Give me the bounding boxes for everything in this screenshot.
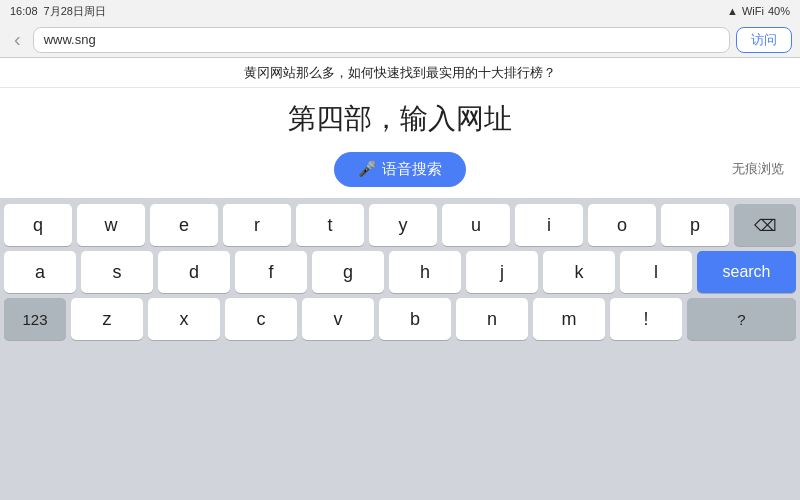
key-j[interactable]: j: [466, 251, 538, 293]
key-c[interactable]: c: [225, 298, 297, 340]
key-q[interactable]: q: [4, 204, 72, 246]
url-bar[interactable]: www.sng: [33, 27, 730, 53]
key-b[interactable]: b: [379, 298, 451, 340]
signal-icon: ▲: [727, 5, 738, 17]
keyboard-row-3: 123 z x c v b n m ! ?: [4, 298, 796, 340]
back-button[interactable]: ‹: [8, 26, 27, 53]
key-p[interactable]: p: [661, 204, 729, 246]
key-n[interactable]: n: [456, 298, 528, 340]
delete-key[interactable]: ⌫: [734, 204, 796, 246]
key-s[interactable]: s: [81, 251, 153, 293]
visit-button[interactable]: 访问: [736, 27, 792, 53]
day-label: 7月28日周日: [44, 4, 106, 19]
status-right: ▲ WiFi 40%: [727, 5, 790, 17]
incognito-label: 无痕浏览: [732, 160, 784, 178]
page-title: 黄冈网站那么多，如何快速找到最实用的十大排行榜？: [244, 64, 556, 82]
key-h[interactable]: h: [389, 251, 461, 293]
voice-search-button[interactable]: 🎤 语音搜索: [334, 152, 465, 187]
key-g[interactable]: g: [312, 251, 384, 293]
url-text: www.sng: [44, 32, 96, 47]
status-bar: 16:08 7月28日周日 ▲ WiFi 40%: [0, 0, 800, 22]
key-x[interactable]: x: [148, 298, 220, 340]
key-t[interactable]: t: [296, 204, 364, 246]
wifi-icon: WiFi: [742, 5, 764, 17]
key-y[interactable]: y: [369, 204, 437, 246]
key-k[interactable]: k: [543, 251, 615, 293]
key-u[interactable]: u: [442, 204, 510, 246]
key-m[interactable]: m: [533, 298, 605, 340]
key-f[interactable]: f: [235, 251, 307, 293]
key-i[interactable]: i: [515, 204, 583, 246]
keyboard: q w e r t y u i o p ⌫ a s d f g h j k l …: [0, 198, 800, 344]
key-z[interactable]: z: [71, 298, 143, 340]
key-d[interactable]: d: [158, 251, 230, 293]
numbers-key[interactable]: 123: [4, 298, 66, 340]
key-e[interactable]: e: [150, 204, 218, 246]
key-a[interactable]: a: [4, 251, 76, 293]
key-r[interactable]: r: [223, 204, 291, 246]
key-l[interactable]: l: [620, 251, 692, 293]
section-title: 第四部，输入网址: [288, 100, 512, 138]
status-left: 16:08 7月28日周日: [10, 4, 106, 19]
voice-row: 🎤 语音搜索 无痕浏览: [0, 152, 800, 187]
return-key[interactable]: ?: [687, 298, 796, 340]
browser-bar: ‹ www.sng 访问: [0, 22, 800, 58]
page-title-bar: 黄冈网站那么多，如何快速找到最实用的十大排行榜？: [0, 58, 800, 88]
key-w[interactable]: w: [77, 204, 145, 246]
key-v[interactable]: v: [302, 298, 374, 340]
battery-label: 40%: [768, 5, 790, 17]
keyboard-row-1: q w e r t y u i o p ⌫: [4, 204, 796, 246]
key-exclaim[interactable]: !: [610, 298, 682, 340]
main-content: 第四部，输入网址 🎤 语音搜索 无痕浏览: [0, 88, 800, 198]
time-label: 16:08: [10, 5, 38, 17]
keyboard-row-2: a s d f g h j k l search: [4, 251, 796, 293]
search-key[interactable]: search: [697, 251, 796, 293]
key-o[interactable]: o: [588, 204, 656, 246]
